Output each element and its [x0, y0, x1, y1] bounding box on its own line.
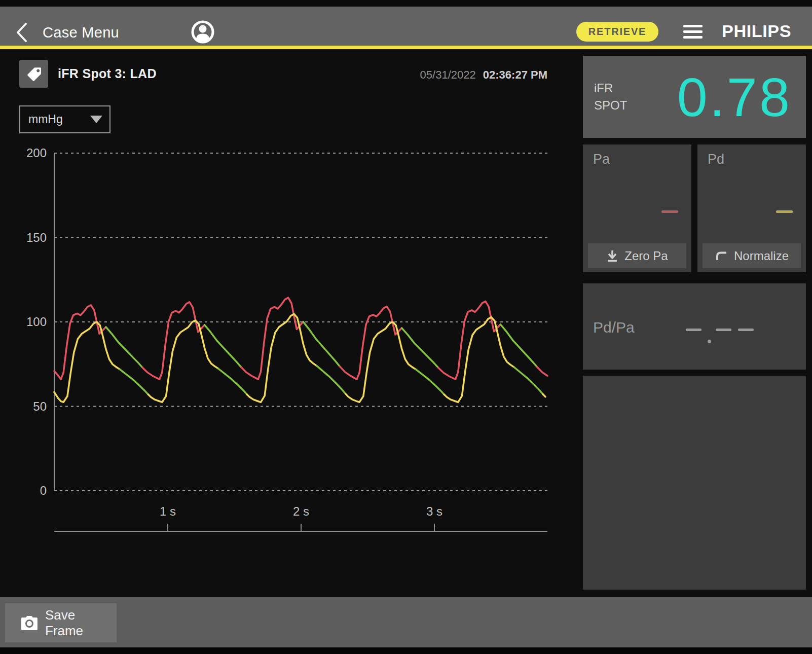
- pa-trace-sample: [661, 210, 678, 213]
- y-tick-label: 0: [10, 484, 47, 498]
- bottom-black-strip: [0, 647, 812, 654]
- normalize-icon: [715, 250, 728, 262]
- save-frame-button[interactable]: Save Frame: [5, 603, 117, 642]
- retrieve-button[interactable]: RETRIEVE: [576, 22, 658, 42]
- bottom-bar: Save Frame: [0, 597, 812, 647]
- app-window: Case Menu RETRIEVE PHILIPS iFR Spot 3: L…: [0, 0, 812, 654]
- y-tick-label: 150: [10, 231, 47, 245]
- pd-panel: Pd Normalize: [697, 144, 806, 272]
- zero-arrow-icon: [606, 249, 618, 263]
- back-button-label: Case Menu: [43, 24, 119, 41]
- pressure-chart: 0501001502001 s2 s3 s: [0, 49, 569, 597]
- ifr-spot-value: 0.78: [627, 65, 806, 129]
- menu-button[interactable]: [683, 25, 704, 40]
- pa-label: Pa: [593, 152, 610, 167]
- philips-logo: PHILIPS: [722, 22, 801, 41]
- hamburger-icon: [683, 25, 703, 27]
- y-tick-label: 200: [10, 146, 47, 160]
- normalize-button[interactable]: Normalize: [703, 243, 801, 268]
- ifr-spot-result-panel: iFR SPOT 0.78: [583, 56, 806, 138]
- camera-icon: [20, 615, 39, 631]
- zero-pa-button[interactable]: Zero Pa: [588, 243, 686, 268]
- pd-trace-sample: [776, 210, 793, 213]
- pa-panel: Pa Zero Pa: [583, 144, 691, 272]
- pdpa-label: Pd/Pa: [593, 319, 635, 336]
- normalize-button-label: Normalize: [734, 249, 789, 263]
- ifr-spot-label: iFR SPOT: [594, 80, 627, 114]
- retrieve-button-label: RETRIEVE: [588, 26, 646, 38]
- x-tick-label: 3 s: [414, 504, 455, 519]
- y-tick-label: 50: [10, 399, 47, 414]
- x-tick-label: 2 s: [281, 504, 321, 519]
- save-frame-button-label: Save Frame: [45, 607, 117, 639]
- chevron-left-icon: [15, 22, 28, 43]
- top-bar: Case Menu RETRIEVE PHILIPS: [0, 7, 812, 46]
- user-avatar-icon[interactable]: [191, 19, 215, 45]
- pdpa-panel: Pd/Pa: [583, 283, 806, 370]
- yellow-accent-bar: [0, 46, 812, 49]
- pd-label: Pd: [708, 152, 724, 167]
- back-button[interactable]: Case Menu: [15, 19, 119, 46]
- y-tick-label: 100: [10, 315, 47, 329]
- zero-pa-button-label: Zero Pa: [624, 249, 668, 263]
- top-black-strip: [0, 0, 812, 7]
- aux-empty-panel: [583, 376, 806, 590]
- x-tick-label: 1 s: [147, 504, 188, 519]
